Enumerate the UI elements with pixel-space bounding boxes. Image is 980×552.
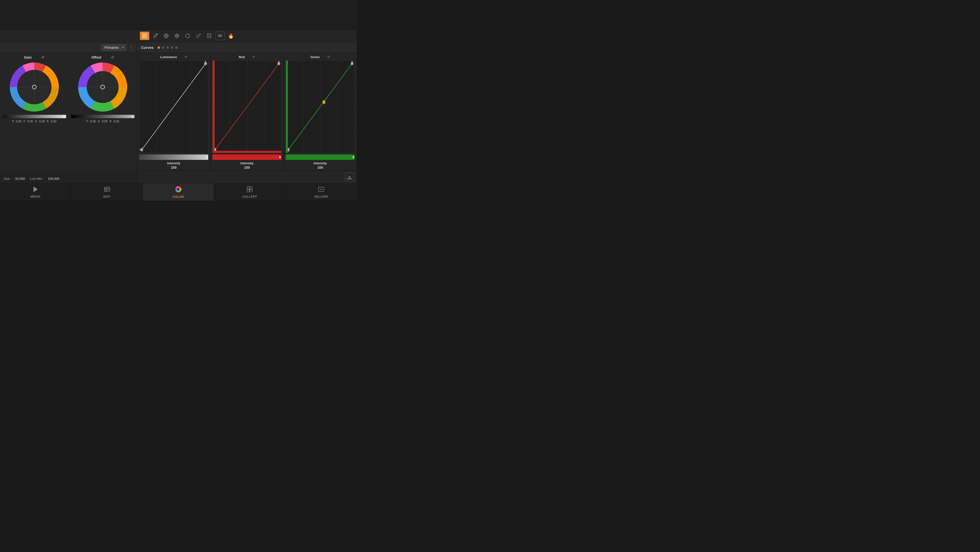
offset-wheel-svg [77,61,128,113]
top-bar [0,0,357,29]
edit-label: EDIT [103,195,110,198]
green-graph[interactable] [286,60,355,153]
offset-title: Offset [91,56,101,59]
luminance-bar-thumb [206,156,208,158]
toolbar: 3D 🔥 [0,29,357,42]
green-title: Green [310,55,320,59]
eyedropper-icon[interactable] [151,32,160,40]
green-panel: Green ↺ [284,53,357,171]
nav-item-edit[interactable]: EDIT [71,183,143,201]
red-bottom-bar [213,151,281,153]
gain-wheel-container[interactable] [9,61,60,113]
curve-dot-1[interactable] [158,46,160,49]
svg-point-12 [175,34,179,38]
curve-dot-5[interactable] [175,46,178,49]
curves-header: Curves [137,42,357,53]
deliver-label: DELIVER [314,195,328,198]
green-reset-icon[interactable]: ↺ [327,55,330,59]
green-intensity-label: Intensity [286,161,355,165]
gain-title: Gain [24,56,32,59]
nav-item-gallery[interactable]: GALLERY [214,183,285,201]
crosshair-icon[interactable] [172,32,181,40]
primaries-dropdown-wrapper[interactable]: Primaries Log Offset ▼ [101,45,126,51]
offset-section: Offset ↺ [68,53,137,174]
green-bar-thumb [353,156,354,158]
svg-line-21 [200,34,200,35]
curve-dot-4[interactable] [171,46,173,49]
svg-rect-0 [143,34,144,35]
offset-b-value: 0.00 [113,120,119,123]
luminance-graph[interactable] [139,60,208,153]
panel-menu-icon[interactable]: ⋮ [128,44,135,51]
circle-icon[interactable] [183,32,192,40]
red-reset-icon[interactable]: ↺ [252,55,255,59]
lum-mix-label: Lum Mix: [30,177,43,180]
red-panel: Red ↺ [210,53,284,171]
upload-icon[interactable] [345,172,354,182]
wheels-area: Gain ↺ [0,53,137,174]
nav-item-media[interactable]: MEDIA [0,183,71,201]
svg-point-60 [177,188,179,190]
scope-icon[interactable] [161,32,171,40]
bottom-nav: MEDIA EDIT COLO [0,183,357,201]
green-intensity-bar[interactable] [286,155,355,160]
gain-lum-slider[interactable]: ▶ [1,115,67,118]
transform-icon[interactable] [205,32,214,40]
threed-label: 3D [218,34,222,38]
red-bar-thumb [280,156,281,158]
svg-rect-63 [247,190,250,192]
red-graph[interactable] [212,60,282,153]
gallery-icon [247,186,253,194]
nav-item-color[interactable]: COLOR [143,183,214,201]
offset-reset-icon[interactable]: ↺ [111,56,114,59]
curves-panel: Curves Luminance ↺ [137,42,357,183]
gain-g-label: G [35,120,37,123]
color-label: COLOR [173,195,184,199]
nav-item-deliver[interactable]: DELIVER [286,183,357,201]
gain-r-value: 0.00 [27,120,33,123]
curve-dot-2[interactable] [162,46,164,49]
offset-g-value: 0.00 [102,120,108,123]
color-icon [175,186,182,194]
offset-r-label: R [86,120,88,123]
gallery-label: GALLERY [242,195,257,198]
gain-label-row: Gain ↺ [1,56,67,59]
hue-value: 50.000 [15,177,25,180]
hue-label: Hue: [4,177,10,180]
edit-icon [104,186,110,194]
threed-icon[interactable]: 3D [215,32,225,40]
gain-reset-icon[interactable]: ↺ [41,56,45,59]
svg-rect-22 [207,34,212,38]
red-grid-v1 [230,61,230,153]
luminance-intensity-bar[interactable] [139,155,208,160]
grid-icon[interactable] [140,32,149,40]
primaries-dropdown[interactable]: Primaries Log Offset [101,45,126,51]
media-label: MEDIA [30,195,41,198]
red-title: Red [239,55,245,59]
main-content: Primaries Log Offset ▼ ⋮ Gain ↺ [0,42,357,183]
svg-rect-53 [347,178,352,179]
gain-b-label: B [47,120,49,123]
media-icon [32,186,39,194]
key-icon[interactable] [194,32,203,40]
offset-wheel-container[interactable] [77,61,128,113]
red-intensity-bar[interactable] [212,155,282,160]
gain-y-label: Y [12,120,14,123]
curve-dot-3[interactable] [166,46,169,49]
luminance-panel: Luminance ↺ [137,53,210,171]
gain-b-value: 0.00 [51,120,56,123]
gain-r-label: R [24,120,25,123]
flame-icon[interactable]: 🔥 [226,32,235,40]
red-grid-v2 [247,61,247,153]
red-grid-v3 [264,61,264,153]
offset-values: R 0.00 G 0.00 B 0.00 [70,120,136,123]
gain-y-value: 0.00 [16,120,21,123]
svg-point-18 [196,35,199,38]
curves-title: Curves [141,45,154,49]
offset-b-label: B [110,120,111,123]
luminance-reset-icon[interactable]: ↺ [184,55,187,59]
gain-wheel-svg [9,61,60,113]
svg-marker-41 [139,148,142,152]
offset-r-value: 0.00 [90,120,96,123]
offset-lum-slider[interactable]: ▶ [70,115,136,118]
